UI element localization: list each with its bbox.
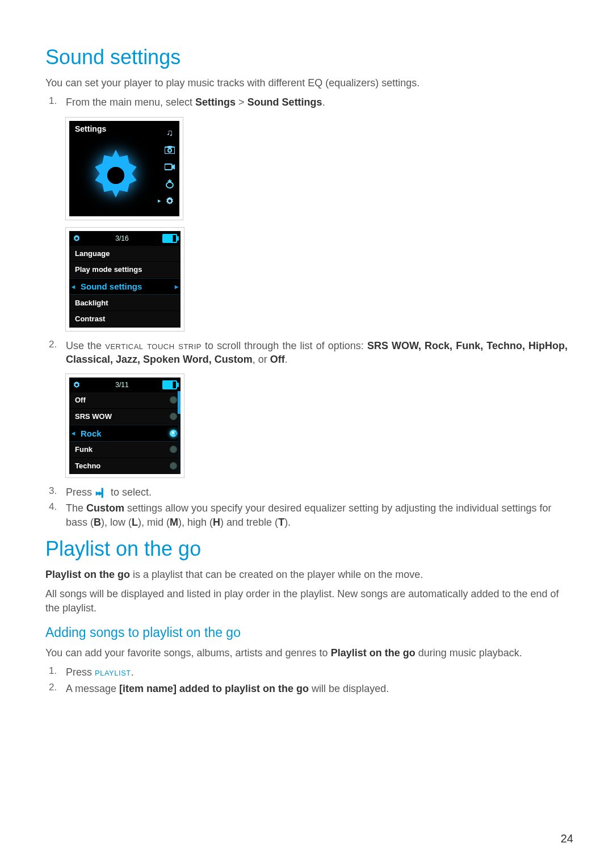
scrollbar[interactable] [178,391,180,474]
svg-point-1 [107,166,124,183]
step-2-text: Use the vertical touch strip to scroll t… [66,339,568,367]
gear-icon [72,380,82,390]
step-3-text: Press ▸▸▎ to select. [66,485,568,499]
video-icon [163,161,176,173]
list-counter: 3/16 [115,234,128,242]
fast-forward-icon: ▸▸▎ [95,488,108,497]
playlist-step-2: A message [item name] added to playlist … [66,682,568,695]
music-icon: ♫ [163,127,176,139]
gear-icon-large [82,141,150,209]
battery-icon [162,380,177,389]
eq-item-off[interactable]: Off [69,392,180,409]
battery-icon [162,234,177,243]
radio-icon [163,178,176,190]
step-4-text: The Custom settings allow you specify yo… [66,501,568,529]
svg-rect-5 [165,164,172,170]
svg-point-6 [166,182,173,188]
photo-icon [163,144,176,156]
svg-point-4 [168,149,171,152]
radio-icon [170,446,177,453]
settings-item-backlight[interactable]: Backlight [69,295,180,311]
gear-icon [72,233,82,244]
gear-icon [163,195,176,207]
step-1-text: From the main menu, select Settings > So… [66,95,568,109]
step-number: 2. [45,682,66,693]
device-screen-eq-list: 3/11 Off SRS WOW Rock Funk Techno [66,374,184,477]
page-number: 24 [561,832,573,845]
adding-songs-intro: You can add your favorite songs, albums,… [45,646,568,660]
eq-item-funk[interactable]: Funk [69,442,180,458]
svg-point-7 [168,199,171,202]
svg-point-9 [75,384,78,386]
radio-icon [170,462,177,469]
device-screen-settings-list: 3/16 Language Play mode settings Sound s… [66,228,184,331]
radio-icon [170,396,177,404]
sound-settings-intro: You can set your player to play music tr… [45,76,568,90]
settings-item-contrast[interactable]: Contrast [69,311,180,328]
playlist-step-1: Press playlist. [66,665,568,679]
radio-icon-selected [170,430,177,437]
settings-item-play-mode[interactable]: Play mode settings [69,262,180,278]
screen-title: Settings [75,124,106,133]
radio-icon [170,413,177,420]
heading-sound-settings: Sound settings [45,45,568,69]
eq-item-rock[interactable]: Rock [69,425,180,442]
step-number: 2. [45,339,66,350]
settings-item-language[interactable]: Language [69,246,180,262]
subheading-adding-songs: Adding songs to playlist on the go [45,625,568,640]
svg-point-8 [75,237,78,239]
step-number: 4. [45,501,66,513]
step-number: 1. [45,95,66,107]
step-number: 1. [45,665,66,677]
eq-item-techno[interactable]: Techno [69,458,180,475]
list-counter: 3/11 [115,381,128,389]
eq-item-srs-wow[interactable]: SRS WOW [69,409,180,425]
settings-item-sound-settings[interactable]: Sound settings [69,278,180,295]
playlist-intro-2: All songs will be displayed and listed i… [45,587,568,615]
heading-playlist-on-the-go: Playlist on the go [45,537,568,561]
device-screen-settings-main: Settings ♫ [66,118,183,220]
playlist-intro-1: Playlist on the go is a playlist that ca… [45,568,568,581]
step-number: 3. [45,485,66,497]
svg-rect-3 [167,146,172,148]
